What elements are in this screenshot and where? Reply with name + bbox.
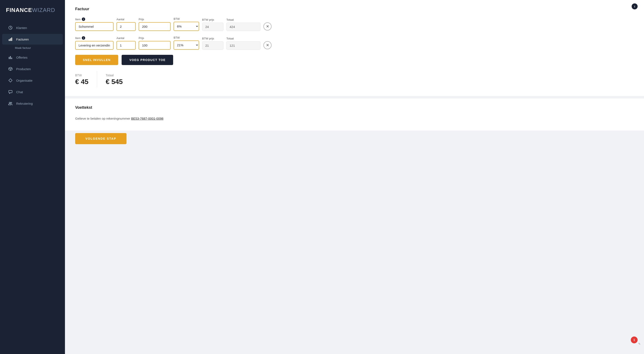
prijs-input-2[interactable] xyxy=(139,41,170,50)
item-label-1: Item i xyxy=(75,18,114,21)
volgende-stap-button[interactable]: VOLGENDE STAP xyxy=(75,133,126,144)
totaal-value-1: 424 xyxy=(226,23,260,31)
btw-select-2[interactable]: 21% 6% 0% xyxy=(174,41,199,50)
main-content: i Factuur Item i Aantal xyxy=(65,0,644,354)
totaal-label-1: Totaal xyxy=(226,18,260,21)
sidebar-label-facturen: Facturen xyxy=(16,38,29,41)
prijs-input-1[interactable] xyxy=(139,22,170,31)
logo-bold: FINANCE xyxy=(6,7,32,13)
aantal-label-1: Aantal xyxy=(116,18,136,21)
sidebar-label-klanten: Klanten xyxy=(16,26,27,30)
voettekst-title: Voettekst xyxy=(75,105,634,110)
voettekst-content: Gelieve te betalen op rekeningnummer BE5… xyxy=(75,117,634,120)
clock-icon xyxy=(8,25,13,30)
sidebar-item-organisatie[interactable]: Organisatie xyxy=(2,75,63,86)
sidebar-nav: Klanten Facturen Maak factuur xyxy=(0,22,65,109)
summary-totaal-label: Totaal xyxy=(106,74,123,77)
svg-rect-2 xyxy=(10,38,11,41)
label-text-totaal1: Totaal xyxy=(226,18,234,21)
label-text-item2: Item xyxy=(75,37,80,40)
svg-rect-4 xyxy=(9,57,10,59)
field-group-aantal-2: Aantal xyxy=(116,37,136,50)
sidebar-label-rekrutering: Rekrutering xyxy=(16,102,33,105)
sidebar-label-producten: Producten xyxy=(16,67,31,71)
sidebar-item-rekrutering[interactable]: Rekrutering xyxy=(2,98,63,109)
label-text-prijs2: Prijs xyxy=(139,37,144,40)
logo-light: WIZARD xyxy=(32,7,55,13)
app-logo: FINANCEWIZARD xyxy=(0,0,65,22)
btw-label-1: BTW xyxy=(174,17,199,21)
sidebar-label-chat: Chat xyxy=(16,90,23,94)
label-text-prijs1: Prijs xyxy=(139,18,144,21)
diamond-icon xyxy=(8,78,13,83)
prijs-label-2: Prijs xyxy=(139,37,170,40)
sidebar-label-organisatie: Organisatie xyxy=(16,79,32,82)
sidebar-item-producten[interactable]: Producten xyxy=(2,64,63,74)
summary-totaal: Totaal € 545 xyxy=(106,71,131,87)
svg-rect-1 xyxy=(9,39,10,41)
label-text-btwprijs1: BTW prijs xyxy=(202,18,214,21)
field-group-item-2: Item i xyxy=(75,36,114,50)
svg-marker-9 xyxy=(9,79,12,82)
aantal-label-2: Aantal xyxy=(116,37,136,40)
field-group-item-1: Item i xyxy=(75,18,114,31)
field-group-btwprijs-1: BTW prijs 24 xyxy=(202,18,224,31)
sidebar-item-chat[interactable]: Chat xyxy=(2,87,63,97)
svg-rect-10 xyxy=(9,90,12,93)
label-text-item1: Item xyxy=(75,18,80,21)
voettekst-text: Gelieve te betalen op rekeningnummer xyxy=(75,117,131,120)
field-group-btw-2: BTW 21% 6% 0% xyxy=(174,36,199,50)
invoice-buttons: SNEL INVULLEN VOEG PRODUCT TOE xyxy=(75,55,634,65)
top-info-icon[interactable]: i xyxy=(632,4,638,9)
snel-invullen-button[interactable]: SNEL INVULLEN xyxy=(75,55,118,65)
item-input-1[interactable] xyxy=(75,22,114,31)
bar-chart2-icon xyxy=(8,55,13,60)
notification-badge[interactable]: 1 xyxy=(631,336,638,343)
delete-row-2-button[interactable]: ✕ xyxy=(264,41,272,49)
sidebar-sub-label: Maak factuur xyxy=(15,46,31,50)
btwprijs-label-1: BTW prijs xyxy=(202,18,224,21)
label-text-btw1: BTW xyxy=(174,17,180,21)
sidebar-item-klanten[interactable]: Klanten xyxy=(2,22,63,33)
svg-rect-6 xyxy=(11,58,12,59)
svg-point-12 xyxy=(11,102,12,103)
aantal-input-1[interactable] xyxy=(116,22,136,31)
prijs-label-1: Prijs xyxy=(139,18,170,21)
field-group-prijs-2: Prijs xyxy=(139,37,170,50)
item-input-2[interactable] xyxy=(75,41,114,50)
btwprijs-label-2: BTW prijs xyxy=(202,37,224,40)
chat-icon xyxy=(8,90,13,94)
btw-label-2: BTW xyxy=(174,36,199,39)
sidebar-item-facturen[interactable]: Facturen xyxy=(2,34,63,45)
summary-btw-label: BTW xyxy=(75,74,88,77)
label-text-aantal2: Aantal xyxy=(116,37,124,40)
btwprijs-value-1: 24 xyxy=(202,23,224,31)
box-icon xyxy=(8,67,13,71)
field-group-btwprijs-2: BTW prijs 21 xyxy=(202,37,224,50)
aantal-input-2[interactable] xyxy=(116,41,136,50)
svg-rect-5 xyxy=(10,56,11,59)
sidebar-sub-maak-factuur[interactable]: Maak factuur xyxy=(2,45,63,52)
voeg-product-toe-button[interactable]: VOEG PRODUCT TOE xyxy=(122,55,173,65)
sidebar-label-offertes: Offertes xyxy=(16,56,28,59)
label-text-btwprijs2: BTW prijs xyxy=(202,37,214,40)
sidebar-item-offertes[interactable]: Offertes xyxy=(2,52,63,63)
next-section: VOLGENDE STAP xyxy=(65,133,644,148)
voettekst-iban-link[interactable]: BE53-7687-0001-0098 xyxy=(131,117,164,120)
btw-select-1[interactable]: 6% 21% 0% xyxy=(174,22,199,31)
invoice-row-2: Item i Aantal Prijs xyxy=(75,36,634,50)
field-group-prijs-1: Prijs xyxy=(139,18,170,31)
item-info-icon-1[interactable]: i xyxy=(82,18,85,21)
item-info-icon-2[interactable]: i xyxy=(82,36,85,40)
field-group-btw-1: BTW 6% 21% 0% xyxy=(174,17,199,31)
edit-icon[interactable]: ✎ xyxy=(638,342,640,345)
totaal-value-2: 121 xyxy=(226,41,260,50)
invoice-row-1: Item i Aantal Prijs xyxy=(75,17,634,31)
factuur-section: Factuur Item i Aantal xyxy=(65,0,644,96)
delete-row-1-button[interactable]: ✕ xyxy=(264,22,272,31)
invoice-summary: BTW € 45 Totaal € 545 xyxy=(75,71,634,87)
totaal-label-2: Totaal xyxy=(226,37,260,40)
item-label-2: Item i xyxy=(75,36,114,40)
btwprijs-value-2: 21 xyxy=(202,41,224,50)
label-text-totaal2: Totaal xyxy=(226,37,234,40)
